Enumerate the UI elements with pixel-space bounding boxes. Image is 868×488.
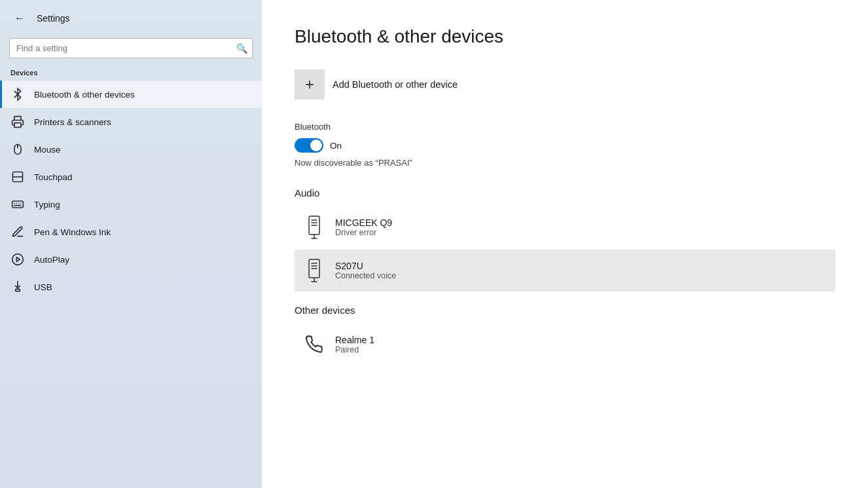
usb-icon — [10, 280, 25, 294]
bluetooth-toggle-label: On — [330, 141, 342, 151]
keyboard-icon — [10, 197, 25, 212]
sidebar-item-touchpad[interactable]: Touchpad — [0, 163, 262, 191]
sidebar-item-label-typing: Typing — [34, 200, 60, 210]
device-info-realme: Realme 1 Paired — [335, 335, 374, 354]
device-name-s207u: S207U — [335, 261, 396, 271]
svg-rect-0 — [14, 123, 21, 128]
sidebar-item-printers[interactable]: Printers & scanners — [0, 108, 262, 136]
device-item-s207u[interactable]: S207U Connected voice — [295, 250, 835, 291]
audio-section-title: Audio — [295, 187, 835, 198]
add-device-button[interactable]: + Add Bluetooth or other device — [295, 66, 835, 103]
devices-section-label: Devices — [0, 66, 262, 81]
page-title: Bluetooth & other devices — [295, 26, 835, 47]
device-name-realme: Realme 1 — [335, 335, 374, 345]
sidebar-item-label-usb: USB — [34, 282, 52, 292]
add-device-icon: + — [295, 69, 325, 100]
pen-icon — [10, 225, 25, 239]
sidebar-item-label-pen: Pen & Windows Ink — [34, 227, 111, 237]
sidebar-title: Settings — [37, 13, 70, 24]
svg-rect-14 — [16, 289, 20, 291]
device-icon-micgeek — [304, 214, 325, 240]
mouse-icon — [10, 142, 25, 157]
device-info-micgeek: MICGEEK Q9 Driver error — [335, 217, 392, 237]
device-status-realme: Paired — [335, 345, 374, 354]
add-device-label: Add Bluetooth or other device — [333, 79, 458, 90]
device-item-micgeek[interactable]: MICGEEK Q9 Driver error — [295, 206, 835, 248]
other-devices-section-title: Other devices — [295, 305, 835, 316]
back-button[interactable]: ← — [10, 9, 29, 28]
sidebar-item-label-touchpad: Touchpad — [34, 172, 73, 182]
svg-marker-13 — [16, 257, 20, 262]
device-status-s207u: Connected voice — [335, 271, 396, 280]
printer-icon — [10, 115, 25, 129]
device-item-realme[interactable]: Realme 1 Paired — [295, 324, 835, 366]
plus-icon: + — [305, 75, 314, 94]
sidebar-item-label-mouse: Mouse — [34, 145, 61, 155]
autoplay-icon — [10, 252, 25, 267]
sidebar-header: ← Settings — [0, 0, 262, 34]
main-content: Bluetooth & other devices + Add Bluetoot… — [262, 0, 868, 488]
sidebar-item-typing[interactable]: Typing — [0, 191, 262, 218]
bluetooth-toggle[interactable] — [295, 138, 323, 153]
search-box: 🔍 — [9, 38, 253, 58]
svg-rect-6 — [12, 201, 24, 208]
device-name-micgeek: MICGEEK Q9 — [335, 217, 392, 228]
sidebar-nav: Bluetooth & other devices Printers & sca… — [0, 81, 262, 481]
sidebar-item-label-autoplay: AutoPlay — [34, 255, 69, 265]
discoverable-text: Now discoverable as “PRASAI” — [295, 158, 835, 168]
sidebar: ← Settings 🔍 Devices Bluetooth & other d… — [0, 0, 262, 488]
sidebar-item-mouse[interactable]: Mouse — [0, 136, 262, 163]
bluetooth-icon — [10, 87, 25, 102]
touchpad-icon — [10, 170, 25, 184]
device-icon-realme — [304, 331, 325, 358]
sidebar-item-pen[interactable]: Pen & Windows Ink — [0, 218, 262, 246]
sidebar-item-bluetooth[interactable]: Bluetooth & other devices — [0, 81, 262, 108]
bluetooth-section-label: Bluetooth — [295, 122, 835, 132]
search-input[interactable] — [9, 38, 253, 58]
bluetooth-toggle-row: On — [295, 138, 835, 153]
device-info-s207u: S207U Connected voice — [335, 261, 396, 280]
back-arrow-icon: ← — [14, 12, 25, 24]
svg-point-12 — [12, 254, 24, 265]
sidebar-item-label-printers: Printers & scanners — [34, 117, 111, 127]
toggle-knob — [310, 140, 322, 151]
sidebar-item-label-bluetooth: Bluetooth & other devices — [34, 90, 135, 100]
sidebar-item-autoplay[interactable]: AutoPlay — [0, 246, 262, 273]
device-status-micgeek: Driver error — [335, 228, 392, 237]
device-icon-s207u — [304, 257, 325, 284]
sidebar-item-usb[interactable]: USB — [0, 273, 262, 301]
